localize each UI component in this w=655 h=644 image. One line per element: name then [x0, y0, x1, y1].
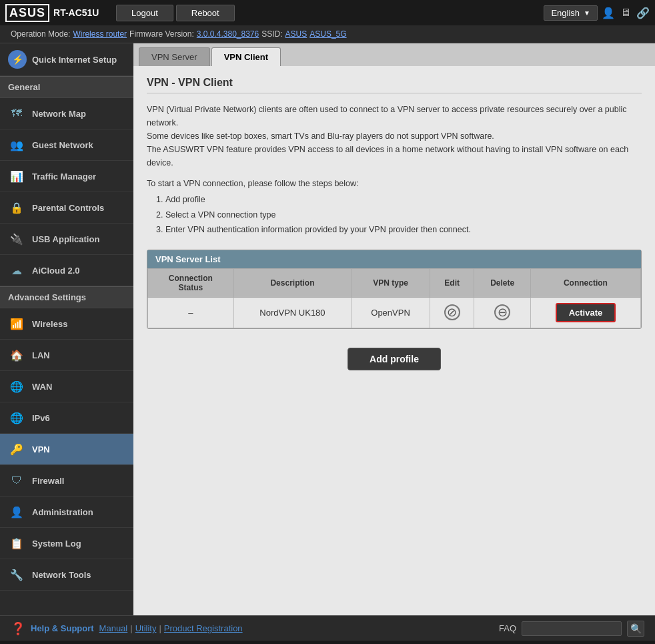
sidebar-item-administration[interactable]: 👤 Administration — [0, 497, 133, 528]
utility-link[interactable]: Utility — [135, 623, 157, 633]
help-support-label[interactable]: Help & Support — [31, 623, 94, 633]
vpn-icon: 🔑 — [8, 440, 25, 458]
content-area: VPN Server VPN Client VPN - VPN Client V… — [133, 43, 655, 615]
desc-paragraph-3: The ASUSWRT VPN feature provides VPN acc… — [147, 143, 642, 170]
asus-logo: ASUS — [5, 4, 49, 22]
sidebar-label-aicloud: AiCloud 2.0 — [32, 266, 80, 276]
share-icon[interactable]: 🔗 — [636, 7, 650, 19]
parental-controls-icon: 🔒 — [8, 199, 25, 216]
sidebar-item-ipv6[interactable]: 🌐 IPv6 — [0, 402, 133, 434]
wan-icon: 🌐 — [8, 378, 25, 395]
status-bar: Operation Mode: Wireless router Firmware… — [0, 25, 655, 43]
sidebar-item-traffic-manager[interactable]: 📊 Traffic Manager — [0, 161, 133, 192]
sidebar-item-firewall[interactable]: 🛡 Firewall — [0, 465, 133, 497]
table-row: – NordVPN UK180 OpenVPN ⊘ ⊖ Activate — [148, 297, 641, 328]
sidebar-item-lan[interactable]: 🏠 LAN — [0, 340, 133, 371]
network-tools-icon: 🔧 — [8, 566, 25, 583]
ipv6-icon: 🌐 — [8, 409, 25, 426]
faq-input[interactable] — [522, 621, 622, 636]
delete-icon[interactable]: ⊖ — [494, 304, 510, 320]
network-map-icon: 🗺 — [8, 105, 25, 122]
lan-icon: 🏠 — [8, 346, 25, 364]
edit-icon[interactable]: ⊘ — [444, 304, 460, 320]
add-profile-button[interactable]: Add profile — [348, 348, 441, 370]
sidebar-label-system-log: System Log — [32, 539, 81, 549]
help-icon: ❓ — [11, 621, 25, 636]
col-description: Description — [233, 268, 351, 297]
step-1: Add profile — [165, 192, 642, 208]
vpn-table-container: VPN Server List ConnectionStatus Descrip… — [147, 250, 642, 329]
faq-label: FAQ — [499, 623, 516, 633]
quick-setup-label: Quick Internet Setup — [32, 55, 117, 65]
steps-intro: To start a VPN connection, please follow… — [147, 179, 642, 188]
row-vpn-type: OpenVPN — [352, 297, 430, 328]
sep-2: | — [159, 623, 161, 633]
network-icon[interactable]: 🖥 — [620, 7, 631, 19]
steps-section: To start a VPN connection, please follow… — [147, 179, 642, 238]
table-header-row: ConnectionStatus Description VPN type Ed… — [148, 268, 641, 297]
sidebar-item-wireless[interactable]: 📶 Wireless — [0, 308, 133, 340]
firewall-icon: 🛡 — [8, 472, 25, 489]
main-layout: ⚡ Quick Internet Setup General 🗺 Network… — [0, 43, 655, 615]
sidebar-item-network-tools[interactable]: 🔧 Network Tools — [0, 559, 133, 591]
model-label: RT-AC51U — [53, 7, 99, 18]
logout-button[interactable]: Logout — [116, 5, 173, 21]
sidebar-label-guest-network: Guest Network — [32, 140, 93, 150]
sidebar-item-aicloud[interactable]: ☁ AiCloud 2.0 — [0, 255, 133, 286]
reboot-button[interactable]: Reboot — [176, 5, 235, 21]
sidebar-item-wan[interactable]: 🌐 WAN — [0, 371, 133, 402]
sidebar-item-vpn[interactable]: 🔑 VPN — [0, 434, 133, 465]
bottom-links: Manual | Utility | Product Registration — [99, 623, 243, 633]
row-status: – — [148, 297, 234, 328]
sidebar-item-usb-application[interactable]: 🔌 USB Application — [0, 224, 133, 255]
sidebar-item-parental-controls[interactable]: 🔒 Parental Controls — [0, 192, 133, 224]
row-edit[interactable]: ⊘ — [430, 297, 474, 328]
product-registration-link[interactable]: Product Registration — [164, 623, 243, 633]
language-selector[interactable]: English ▼ — [544, 5, 598, 21]
top-bar: ASUS RT-AC51U Logout Reboot English ▼ 👤 … — [0, 0, 655, 25]
sidebar: ⚡ Quick Internet Setup General 🗺 Network… — [0, 43, 133, 615]
desc-paragraph-1: VPN (Virtual Private Network) clients ar… — [147, 103, 642, 129]
tab-vpn-client[interactable]: VPN Client — [211, 47, 281, 66]
sidebar-item-system-log[interactable]: 📋 System Log — [0, 528, 133, 559]
faq-area: FAQ 🔍 — [499, 621, 644, 637]
col-connection: Connection — [530, 268, 640, 297]
top-buttons: Logout Reboot — [116, 5, 540, 21]
add-profile-area: Add profile — [147, 341, 642, 377]
sidebar-label-wan: WAN — [32, 382, 52, 392]
manual-link[interactable]: Manual — [99, 623, 128, 633]
row-description: NordVPN UK180 — [233, 297, 351, 328]
ssid-label: SSID: — [261, 29, 282, 39]
sidebar-item-quick-internet-setup[interactable]: ⚡ Quick Internet Setup — [0, 43, 133, 76]
guest-network-icon: 👥 — [8, 136, 25, 153]
sidebar-item-guest-network[interactable]: 👥 Guest Network — [0, 129, 133, 161]
ssid-value1[interactable]: ASUS — [285, 29, 307, 39]
row-connection[interactable]: Activate — [530, 297, 640, 328]
usb-application-icon: 🔌 — [8, 230, 25, 248]
page-title: VPN - VPN Client — [147, 77, 642, 93]
ssid-value2[interactable]: ASUS_5G — [309, 29, 346, 39]
sidebar-item-network-map[interactable]: 🗺 Network Map — [0, 98, 133, 129]
sidebar-label-traffic-manager: Traffic Manager — [32, 172, 96, 182]
vpn-server-list-table: ConnectionStatus Description VPN type Ed… — [147, 268, 641, 328]
col-edit: Edit — [430, 268, 474, 297]
system-log-icon: 📋 — [8, 535, 25, 552]
sep-1: | — [130, 623, 132, 633]
language-label: English — [551, 8, 580, 18]
activate-button[interactable]: Activate — [556, 303, 616, 322]
sidebar-label-vpn: VPN — [32, 444, 50, 454]
operation-mode-label: Operation Mode: — [11, 29, 70, 39]
tab-vpn-server[interactable]: VPN Server — [139, 47, 210, 66]
page-content: VPN - VPN Client VPN (Virtual Private Ne… — [133, 66, 655, 615]
col-vpn-type: VPN type — [352, 268, 430, 297]
operation-mode-value[interactable]: Wireless router — [73, 29, 127, 39]
wireless-icon: 📶 — [8, 315, 25, 332]
row-delete[interactable]: ⊖ — [474, 297, 530, 328]
step-2: Select a VPN connection type — [165, 208, 642, 223]
tabs-bar: VPN Server VPN Client — [133, 43, 655, 66]
firmware-value[interactable]: 3.0.0.4.380_8376 — [197, 29, 259, 39]
user-icon[interactable]: 👤 — [602, 7, 615, 19]
faq-search-button[interactable]: 🔍 — [627, 621, 644, 637]
top-icons: 👤 🖥 🔗 — [602, 7, 650, 19]
sidebar-label-usb-application: USB Application — [32, 234, 99, 244]
